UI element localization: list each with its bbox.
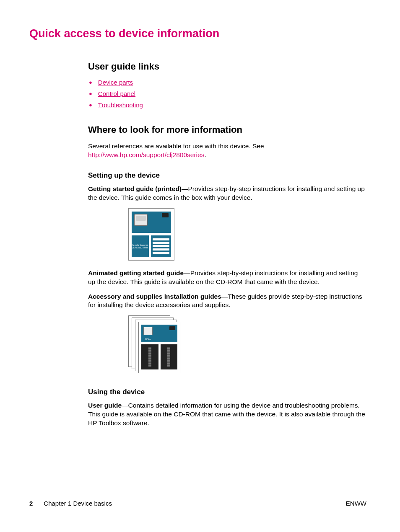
using-paragraph-1: User guide—Contains detailed information…: [88, 401, 366, 428]
using-heading: Using the device: [88, 388, 366, 396]
accessory-guides-label: Accessory and supplies installation guid…: [88, 293, 221, 300]
chapter-label: Chapter 1 Device basics: [44, 500, 112, 507]
setup-heading: Setting up the device: [88, 171, 366, 180]
list-item: ● Control panel: [89, 90, 366, 97]
accessory-guides-figure: c8750a: [128, 315, 366, 376]
setup-paragraph-1: Getting started guide (printed)—Provides…: [88, 185, 366, 202]
main-content: User guide links ● Device parts ● Contro…: [88, 61, 366, 428]
setup-paragraph-3: Accessory and supplies installation guid…: [88, 292, 366, 310]
hp-logo-icon: [162, 213, 169, 217]
bullet-icon: ●: [89, 79, 92, 85]
troubleshooting-link[interactable]: Troubleshooting: [98, 101, 143, 108]
device-parts-link[interactable]: Device parts: [98, 79, 133, 86]
control-panel-link[interactable]: Control panel: [98, 90, 135, 97]
list-item: ● Troubleshooting: [89, 101, 366, 108]
more-info-heading: Where to look for more information: [88, 124, 366, 135]
bullet-icon: ●: [89, 90, 92, 97]
page-number: 2: [29, 500, 33, 507]
page-title: Quick access to device information: [29, 27, 366, 40]
bullet-icon: ●: [89, 102, 92, 108]
animated-guide-label: Animated getting started guide: [88, 269, 184, 276]
printer-icon: [134, 214, 148, 226]
more-info-text-suffix: .: [204, 151, 206, 158]
stacked-booklets-icon: c8750a: [128, 315, 183, 376]
user-guide-links-heading: User guide links: [88, 61, 366, 72]
setup-paragraph-2: Animated getting started guide—Provides …: [88, 269, 366, 287]
booklet-icon: hp color LaserJet2820/2830 series: [128, 208, 174, 261]
page-footer: 2 Chapter 1 Device basics ENWW: [29, 500, 366, 507]
getting-started-label: Getting started guide (printed): [88, 185, 182, 192]
supply-icon: [143, 327, 153, 335]
user-guide-links-list: ● Device parts ● Control panel ● Trouble…: [89, 79, 366, 108]
user-guide-text: —Contains detailed information for using…: [88, 402, 365, 426]
user-guide-label: User guide: [88, 402, 122, 409]
getting-started-guide-figure: hp color LaserJet2820/2830 series: [128, 208, 366, 261]
footer-right-label: ENWW: [346, 500, 366, 507]
list-item: ● Device parts: [89, 79, 366, 86]
more-info-paragraph: Several references are available for use…: [88, 142, 366, 160]
more-info-text-prefix: Several references are available for use…: [88, 142, 264, 150]
hp-logo-icon: [169, 326, 175, 330]
support-url-link[interactable]: http://www.hp.com/support/clj2800series: [88, 151, 204, 158]
